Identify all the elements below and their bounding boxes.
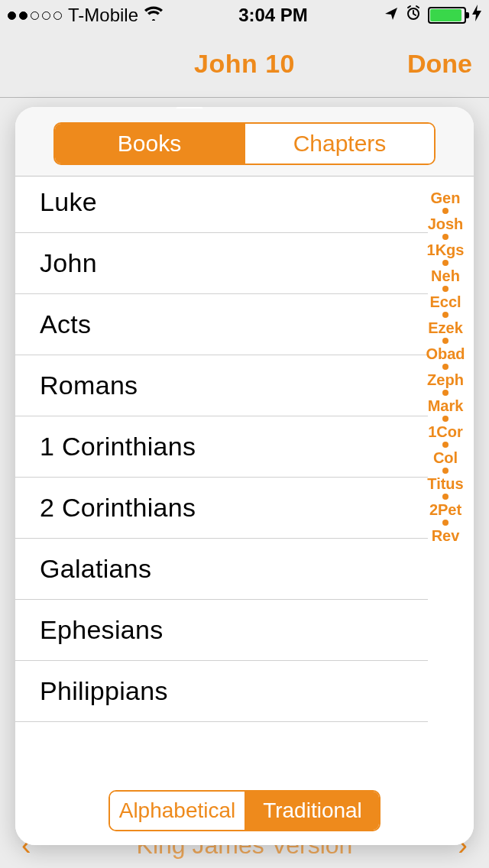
signal-strength-icon <box>8 11 62 20</box>
index-dot-icon <box>442 234 449 240</box>
book-label: Luke <box>40 187 97 216</box>
page-title[interactable]: John 10 <box>194 49 295 79</box>
tab-books[interactable]: Books <box>55 124 244 164</box>
tab-books-label: Books <box>118 131 181 157</box>
charging-icon <box>472 5 481 26</box>
list-item[interactable]: Acts <box>15 294 428 355</box>
status-bar: T-Mobile 3:04 PM <box>0 0 489 31</box>
status-right <box>384 5 481 26</box>
book-picker-popover: Books Chapters Luke John Acts Romans 1 C… <box>15 107 474 845</box>
index-label[interactable]: Rev <box>432 528 460 543</box>
index-label[interactable]: 1Kgs <box>427 242 465 257</box>
index-dot-icon <box>442 442 449 448</box>
index-label[interactable]: Gen <box>431 190 461 206</box>
index-label[interactable]: Ezek <box>428 320 463 335</box>
index-label[interactable]: 2Pet <box>429 502 461 517</box>
alarm-icon <box>405 5 422 26</box>
book-label: Galatians <box>40 554 151 583</box>
index-label[interactable]: 1Cor <box>428 424 463 439</box>
index-dot-icon <box>442 312 449 318</box>
tab-alpha-label: Alphabetical <box>119 798 236 823</box>
book-label: Romans <box>40 371 138 400</box>
index-label[interactable]: Josh <box>428 216 464 232</box>
tab-traditional[interactable]: Traditional <box>244 792 379 830</box>
popover-caret-icon <box>176 107 203 108</box>
tab-chapters-label: Chapters <box>293 131 387 157</box>
books-chapters-segment: Books Chapters <box>53 122 436 165</box>
index-label[interactable]: Neh <box>431 268 460 283</box>
index-dot-icon <box>442 260 449 266</box>
top-segment-wrap: Books Chapters <box>15 107 474 177</box>
list-area: Luke John Acts Romans 1 Corinthians 2 Co… <box>15 177 474 779</box>
index-label[interactable]: Eccl <box>429 294 461 309</box>
index-dot-icon <box>442 208 449 214</box>
status-left: T-Mobile <box>8 5 163 26</box>
index-dot-icon <box>442 416 449 422</box>
index-dot-icon <box>442 338 449 344</box>
location-icon <box>384 5 399 26</box>
index-label[interactable]: Zeph <box>427 372 464 387</box>
sort-segment: Alphabetical Traditional <box>108 790 381 831</box>
book-label: 1 Corinthians <box>40 432 196 461</box>
list-item[interactable]: John <box>15 233 428 294</box>
index-dot-icon <box>442 494 449 500</box>
wifi-icon <box>144 5 163 25</box>
book-label: Ephesians <box>40 615 163 644</box>
index-dot-icon <box>442 364 449 370</box>
tab-trad-label: Traditional <box>263 798 362 823</box>
section-index[interactable]: Gen Josh 1Kgs Neh Eccl Ezek Obad Zeph Ma… <box>419 190 472 543</box>
list-item[interactable]: Galatians <box>15 539 428 600</box>
book-label: Acts <box>40 309 91 338</box>
index-label[interactable]: Col <box>433 450 458 465</box>
index-dot-icon <box>442 286 449 292</box>
index-dot-icon <box>442 468 449 474</box>
book-label: Philippians <box>40 676 168 705</box>
list-item[interactable]: 2 Corinthians <box>15 478 428 539</box>
book-label: John <box>40 248 97 277</box>
index-label[interactable]: Mark <box>428 398 464 413</box>
list-item[interactable]: Luke <box>15 177 428 233</box>
tab-chapters[interactable]: Chapters <box>244 124 434 164</box>
tab-alphabetical[interactable]: Alphabetical <box>110 792 244 830</box>
list-item[interactable]: Philippians <box>15 661 428 722</box>
list-item[interactable]: Ephesians <box>15 600 428 661</box>
battery-icon <box>428 7 466 24</box>
index-dot-icon <box>442 390 449 396</box>
index-label[interactable]: Titus <box>427 476 463 491</box>
bottom-segment-wrap: Alphabetical Traditional <box>15 779 474 845</box>
index-label[interactable]: Obad <box>426 346 465 361</box>
list-item[interactable]: 1 Corinthians <box>15 416 428 478</box>
index-dot-icon <box>442 520 449 526</box>
clock-label: 3:04 PM <box>238 5 308 26</box>
nav-bar: John 10 Done <box>0 31 489 98</box>
list-item[interactable]: Romans <box>15 355 428 416</box>
book-list[interactable]: Luke John Acts Romans 1 Corinthians 2 Co… <box>15 177 428 779</box>
carrier-label: T-Mobile <box>68 5 138 26</box>
book-label: 2 Corinthians <box>40 493 196 522</box>
done-button[interactable]: Done <box>407 49 472 79</box>
